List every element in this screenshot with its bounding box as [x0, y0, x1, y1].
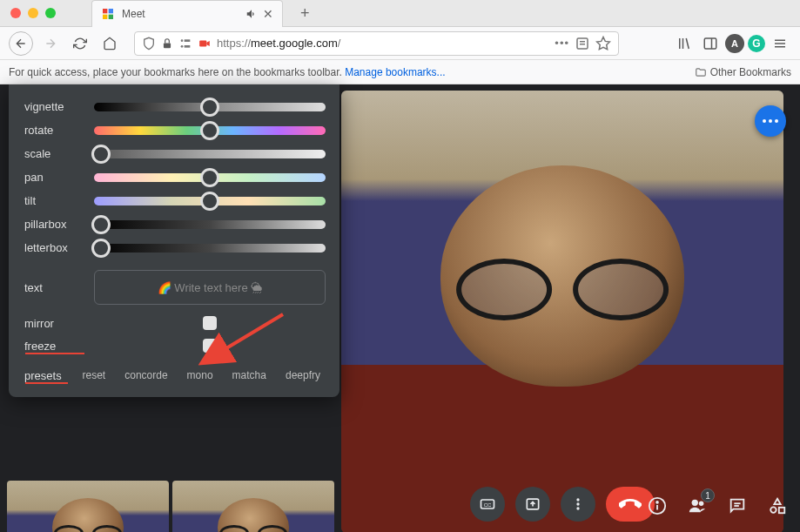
svg-marker-13	[597, 37, 610, 49]
slider-row-letterbox: letterbox	[24, 236, 326, 259]
shield-icon[interactable]	[142, 37, 156, 51]
text-label: text	[24, 281, 85, 294]
svg-line-16	[686, 38, 689, 49]
freeze-label: freeze	[24, 340, 85, 353]
svg-point-26	[576, 498, 579, 501]
other-bookmarks-button[interactable]: Other Bookmarks	[695, 66, 791, 78]
info-icon	[648, 496, 667, 515]
svg-point-32	[692, 500, 698, 506]
slider-label: rotate	[24, 124, 85, 137]
slider-row-vignette: vignette	[24, 95, 326, 118]
svg-marker-36	[774, 499, 780, 504]
svg-rect-17	[704, 38, 716, 49]
sound-icon[interactable]	[245, 8, 258, 20]
preset-mono-button[interactable]: mono	[182, 367, 218, 383]
new-tab-button[interactable]: +	[300, 4, 310, 23]
svg-rect-3	[109, 15, 113, 19]
svg-point-6	[181, 45, 184, 48]
vignette-slider[interactable]	[94, 103, 326, 111]
bookmark-bar: For quick access, place your bookmarks h…	[0, 60, 800, 84]
meeting-info-button[interactable]	[643, 492, 671, 520]
svg-point-27	[576, 502, 579, 505]
participant-thumbnail[interactable]	[7, 481, 169, 532]
rotate-slider[interactable]	[94, 126, 326, 135]
slider-row-tilt: tilt	[24, 189, 326, 212]
more-actions-fab[interactable]	[755, 105, 786, 137]
svg-rect-7	[185, 39, 191, 42]
slider-row-pillarbox: pillarbox	[24, 212, 326, 236]
mirror-label: mirror	[24, 317, 85, 330]
tab-sound-close: ✕	[245, 7, 273, 21]
slider-row-scale: scale	[24, 142, 326, 165]
freeze-row: freeze	[24, 334, 326, 357]
slider-label: pan	[24, 171, 85, 184]
participants-button[interactable]: 1	[683, 492, 711, 520]
info-controls: 1	[643, 492, 791, 520]
preset-concorde-button[interactable]: concorde	[119, 367, 172, 383]
pillarbox-slider[interactable]	[94, 220, 326, 229]
captions-button[interactable]: CC	[470, 487, 505, 522]
back-button[interactable]	[9, 31, 33, 56]
folder-icon	[695, 66, 707, 78]
scale-slider[interactable]	[94, 150, 326, 158]
reader-icon[interactable]	[575, 36, 590, 51]
tab-close-button[interactable]: ✕	[263, 7, 273, 21]
window-titlebar: Meet ✕ +	[0, 0, 800, 27]
freeze-checkbox[interactable]	[203, 339, 217, 353]
mirror-checkbox[interactable]	[203, 316, 217, 330]
pan-slider[interactable]	[94, 173, 326, 182]
presets-label: presets	[24, 369, 69, 382]
url-bar: https://meet.google.com/ ••• A G	[0, 27, 800, 60]
phone-icon	[619, 493, 642, 515]
camera-icon[interactable]	[198, 37, 212, 50]
participant-thumbnails	[7, 481, 334, 532]
bookmark-hint: For quick access, place your bookmarks h…	[9, 66, 342, 78]
extension-button[interactable]: G	[748, 35, 765, 52]
chat-button[interactable]	[723, 492, 751, 520]
more-options-button[interactable]	[561, 487, 595, 522]
svg-point-28	[576, 507, 579, 509]
activities-button[interactable]	[763, 492, 791, 520]
mirror-row: mirror	[24, 312, 326, 334]
participant-count-badge: 1	[701, 488, 715, 502]
permissions-icon[interactable]	[178, 37, 192, 51]
browser-tab[interactable]: Meet ✕	[91, 0, 283, 27]
svg-rect-4	[164, 43, 171, 48]
manage-bookmarks-link[interactable]: Manage bookmarks...	[345, 66, 445, 78]
svg-point-31	[656, 502, 658, 503]
menu-button[interactable]	[769, 32, 791, 55]
text-overlay-row: text 🌈 Write text here 🌦	[24, 268, 326, 306]
url-more-icon[interactable]: •••	[555, 37, 569, 50]
url-text: https://meet.google.com/	[217, 37, 549, 50]
svg-rect-8	[185, 45, 191, 48]
home-button[interactable]	[97, 31, 122, 56]
window-minimize-button[interactable]	[28, 8, 38, 18]
svg-rect-1	[109, 9, 113, 13]
svg-rect-9	[199, 40, 206, 46]
meet-favicon-icon	[101, 7, 115, 21]
url-input[interactable]: https://meet.google.com/ •••	[134, 31, 619, 56]
participant-thumbnail[interactable]	[172, 481, 334, 532]
lock-icon	[161, 37, 173, 50]
preset-matcha-button[interactable]: matcha	[227, 367, 272, 383]
slider-label: letterbox	[24, 241, 85, 254]
bookmark-star-icon[interactable]	[595, 36, 611, 51]
tilt-slider[interactable]	[94, 197, 326, 205]
window-close-button[interactable]	[10, 8, 21, 18]
account-button[interactable]: A	[725, 34, 744, 53]
library-button[interactable]	[673, 32, 696, 55]
text-overlay-input[interactable]: 🌈 Write text here 🌦	[94, 270, 326, 305]
slider-row-rotate: rotate	[24, 118, 326, 142]
slider-label: scale	[24, 147, 85, 160]
forward-button[interactable]	[38, 31, 63, 56]
present-button[interactable]	[515, 487, 550, 522]
slider-label: vignette	[24, 100, 85, 113]
letterbox-slider[interactable]	[94, 244, 326, 253]
window-maximize-button[interactable]	[45, 8, 56, 18]
sidebar-button[interactable]	[699, 32, 722, 55]
reload-button[interactable]	[68, 31, 92, 56]
presets-row: presets reset concorde mono matcha deepf…	[24, 364, 326, 387]
dots-icon	[763, 119, 778, 123]
preset-deepfry-button[interactable]: deepfry	[280, 367, 326, 383]
preset-reset-button[interactable]: reset	[77, 367, 111, 383]
